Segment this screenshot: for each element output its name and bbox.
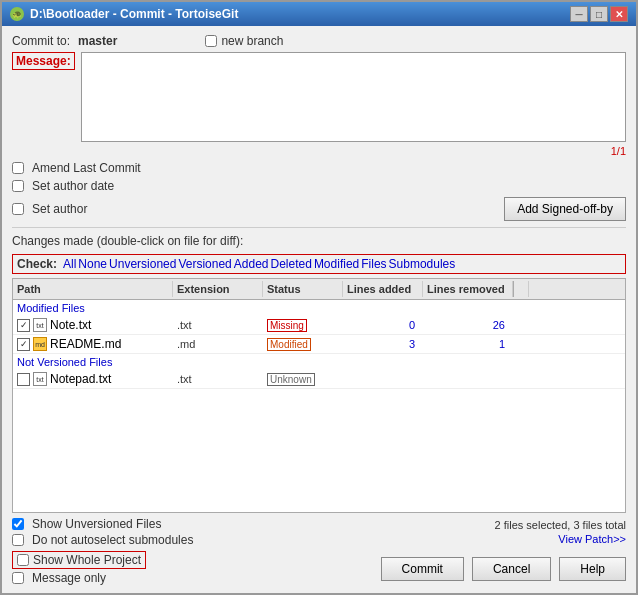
- file-name-cell-notepad: txt Notepad.txt: [13, 370, 173, 388]
- file-table: Path Extension Status Lines added Lines …: [12, 278, 626, 513]
- file-table-header: Path Extension Status Lines added Lines …: [13, 279, 625, 300]
- file-status-readme: Modified: [263, 336, 343, 352]
- file-table-body: Modified Files ✓ txt Note.txt .txt Missi…: [13, 300, 625, 512]
- file-name-note: Note.txt: [50, 318, 91, 332]
- file-icon-notepad: txt: [33, 372, 47, 386]
- file-ext-readme: .md: [173, 336, 263, 352]
- file-removed-note: 26: [423, 317, 513, 333]
- message-input[interactable]: [81, 52, 626, 142]
- amend-checkbox[interactable]: [12, 162, 24, 174]
- file-name-notepad: Notepad.txt: [50, 372, 111, 386]
- file-removed-readme: 1: [423, 336, 513, 352]
- window-title: D:\Bootloader - Commit - TortoiseGit: [30, 7, 238, 21]
- filter-all[interactable]: All: [63, 257, 76, 271]
- col-lines-removed: Lines removed: [423, 281, 513, 297]
- message-column: 1/1: [81, 52, 626, 157]
- filter-modified[interactable]: Modified: [314, 257, 359, 271]
- file-ext-notepad: .txt: [173, 371, 263, 387]
- view-patch-link[interactable]: View Patch>>: [558, 533, 626, 545]
- table-row[interactable]: txt Notepad.txt .txt Unknown: [13, 370, 625, 389]
- set-author-inner-row: Set author: [12, 202, 87, 216]
- message-only-row: Message only: [12, 571, 146, 585]
- group-modified-header: Modified Files: [13, 300, 625, 316]
- col-status: Status: [263, 281, 343, 297]
- col-ext: Extension: [173, 281, 263, 297]
- file-removed-notepad: [423, 377, 513, 381]
- filter-submodules[interactable]: Submodules: [389, 257, 456, 271]
- file-icon-readme: md: [33, 337, 47, 351]
- set-author-date-checkbox[interactable]: [12, 180, 24, 192]
- table-row[interactable]: ✓ txt Note.txt .txt Missing 0 26: [13, 316, 625, 335]
- table-row[interactable]: ✓ md README.md .md Modified 3 1: [13, 335, 625, 354]
- app-icon: 🐢: [10, 7, 24, 21]
- separator-1: [12, 227, 626, 228]
- file-added-note: 0: [343, 317, 423, 333]
- set-author-checkbox[interactable]: [12, 203, 24, 215]
- titlebar-left: 🐢 D:\Bootloader - Commit - TortoiseGit: [10, 7, 238, 21]
- commit-to-row: Commit to: master new branch: [12, 34, 626, 48]
- new-branch-label: new branch: [221, 34, 283, 48]
- action-buttons: Commit Cancel Help: [381, 551, 626, 585]
- file-icon-note: txt: [33, 318, 47, 332]
- file-extra-readme: [513, 342, 533, 346]
- message-row: Message: 1/1: [12, 52, 626, 157]
- cancel-button[interactable]: Cancel: [472, 557, 551, 581]
- amend-label: Amend Last Commit: [32, 161, 141, 175]
- show-whole-project-label: Show Whole Project: [33, 553, 141, 567]
- do-not-autoselect-checkbox[interactable]: [12, 534, 24, 546]
- filter-files[interactable]: Files: [361, 257, 386, 271]
- main-content: Commit to: master new branch Message: 1/…: [2, 26, 636, 593]
- titlebar-controls: ─ □ ✕: [570, 6, 628, 22]
- new-branch-checkbox[interactable]: [205, 35, 217, 47]
- col-scrollbar: [513, 281, 529, 297]
- summary-text: 2 files selected, 3 files total: [495, 519, 626, 531]
- file-name-cell-readme: ✓ md README.md: [13, 335, 173, 353]
- minimize-button[interactable]: ─: [570, 6, 588, 22]
- branch-value: master: [78, 34, 117, 48]
- message-only-checkbox[interactable]: [12, 572, 24, 584]
- file-name-cell-note: ✓ txt Note.txt: [13, 316, 173, 334]
- message-label: Message:: [12, 52, 75, 70]
- filter-none[interactable]: None: [78, 257, 107, 271]
- set-author-date-row: Set author date: [12, 179, 114, 193]
- commit-to-label: Commit to:: [12, 34, 70, 48]
- col-path: Path: [13, 281, 173, 297]
- set-author-label: Set author: [32, 202, 87, 216]
- check-label: Check:: [17, 257, 57, 271]
- changes-header: Changes made (double-click on file for d…: [12, 234, 626, 248]
- add-signedoff-button[interactable]: Add Signed-off-by: [504, 197, 626, 221]
- bottom-left: Show Whole Project Message only: [12, 551, 146, 585]
- amend-row: Amend Last Commit: [12, 161, 626, 175]
- file-checkbox-notepad[interactable]: [17, 373, 30, 386]
- col-lines-added: Lines added: [343, 281, 423, 297]
- set-author-date-label: Set author date: [32, 179, 114, 193]
- file-checkbox-note[interactable]: ✓: [17, 319, 30, 332]
- file-status-note: Missing: [263, 317, 343, 333]
- maximize-button[interactable]: □: [590, 6, 608, 22]
- show-unversioned-checkbox[interactable]: [12, 518, 24, 530]
- commit-button[interactable]: Commit: [381, 557, 464, 581]
- close-button[interactable]: ✕: [610, 6, 628, 22]
- file-extra-notepad: [513, 377, 533, 381]
- filter-unversioned[interactable]: Unversioned: [109, 257, 176, 271]
- file-added-readme: 3: [343, 336, 423, 352]
- titlebar: 🐢 D:\Bootloader - Commit - TortoiseGit ─…: [2, 2, 636, 26]
- main-window: 🐢 D:\Bootloader - Commit - TortoiseGit ─…: [0, 0, 638, 595]
- group-unversioned-header: Not Versioned Files: [13, 354, 625, 370]
- help-button[interactable]: Help: [559, 557, 626, 581]
- new-branch-row: new branch: [205, 34, 283, 48]
- show-whole-project-checkbox[interactable]: [17, 554, 29, 566]
- file-extra-note: [513, 323, 533, 327]
- check-bar: Check: All None Unversioned Versioned Ad…: [12, 254, 626, 274]
- show-unversioned-label: Show Unversioned Files: [32, 517, 161, 531]
- file-name-readme: README.md: [50, 337, 121, 351]
- filter-added[interactable]: Added: [234, 257, 269, 271]
- file-checkbox-readme[interactable]: ✓: [17, 338, 30, 351]
- file-added-notepad: [343, 377, 423, 381]
- filter-deleted[interactable]: Deleted: [271, 257, 312, 271]
- bottom-checkboxes: Show Unversioned Files Do not autoselect…: [12, 517, 193, 547]
- page-indicator: 1/1: [81, 145, 626, 157]
- filter-versioned[interactable]: Versioned: [178, 257, 231, 271]
- bottom-options-row: Show Unversioned Files Do not autoselect…: [12, 517, 626, 547]
- message-only-label: Message only: [32, 571, 106, 585]
